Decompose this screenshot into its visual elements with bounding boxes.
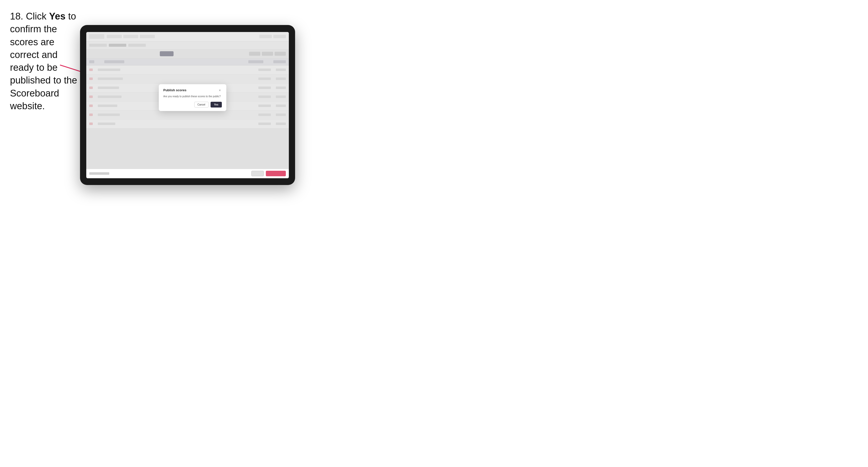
modal-body-text: Are you ready to publish these scores to… [163,95,222,98]
footer-publish-btn[interactable] [266,171,286,176]
modal-header: Publish scores × [163,88,222,92]
step-number: 18. [10,11,23,22]
publish-scores-modal: Publish scores × Are you ready to publis… [159,84,226,111]
tablet-screen: Publish scores × Are you ready to publis… [86,32,289,178]
instruction-text: 18. Click Yes to confirm the scores are … [10,10,80,113]
table-footer [86,169,289,178]
footer-right-buttons [251,171,286,176]
footer-pagination-text [89,172,109,175]
tablet-device: Publish scores × Are you ready to publis… [80,25,295,185]
instruction-after-bold: to confirm the scores are correct and re… [10,11,77,111]
instruction-before-bold: Click [26,11,49,22]
modal-close-button[interactable]: × [218,88,222,92]
modal-title: Publish scores [163,88,186,92]
modal-actions: Cancel Yes [163,102,222,107]
cancel-button[interactable]: Cancel [194,102,209,107]
yes-button[interactable]: Yes [211,102,222,107]
footer-cancel-btn[interactable] [251,171,264,176]
instruction-bold: Yes [49,11,65,22]
modal-overlay: Publish scores × Are you ready to publis… [86,32,289,178]
